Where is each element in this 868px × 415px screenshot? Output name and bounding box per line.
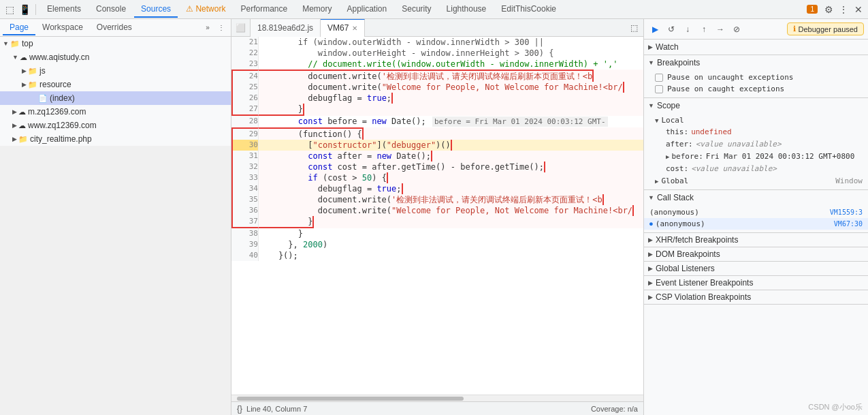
tab-network[interactable]: ⚠ ⚠ NetworkNetwork [179, 1, 232, 18]
tab-application[interactable]: Application [340, 1, 394, 18]
more-tabs-icon[interactable]: » [201, 21, 214, 35]
step-into-btn[interactable]: ↓ [681, 22, 694, 36]
editor-tab-js[interactable]: 18.819ea6d2.js [251, 19, 321, 37]
dots-menu-icon[interactable]: ⋮ [214, 21, 228, 35]
scope-before-expand[interactable]: ▶ [666, 151, 669, 162]
tab-sources[interactable]: Sources [134, 1, 178, 18]
deactivate-btn[interactable]: ⊘ [730, 22, 743, 36]
cursor-position: Line 40, Column 7 [246, 405, 307, 413]
code-line-21: 21 if (window.outerWidth - window.innerW… [231, 37, 643, 48]
device-icon[interactable]: 📱 [18, 3, 31, 16]
tree-arrow-resource: ▶ [22, 81, 27, 88]
step-btn[interactable]: → [713, 22, 727, 36]
section-watch: ▶ Watch [644, 40, 868, 55]
code-line-32: 32 const cost = after.getTime() - before… [231, 162, 643, 172]
section-breakpoints: ▼ Breakpoints Pause on uncaught exceptio… [644, 55, 868, 98]
watch-header[interactable]: ▶ Watch [644, 40, 868, 55]
code-editor: ⬜ 18.819ea6d2.js VM67 ✕ ⬚ [231, 19, 643, 415]
tab-editthiscookie[interactable]: EditThisCookie [494, 1, 563, 18]
section-dom: ▶ DOM Breakpoints [644, 247, 868, 262]
tab-console[interactable]: Console [89, 1, 133, 18]
tree-item-js[interactable]: ▶ 📁 js [0, 64, 231, 78]
watch-arrow: ▶ [648, 44, 653, 50]
local-scope-items: this: undefined after: <value unavailabl… [655, 126, 868, 175]
editor-tab-vm67[interactable]: VM67 ✕ [321, 19, 365, 37]
editor-scroll-area: 21 if (window.outerWidth - window.innerW… [231, 37, 643, 401]
scope-before: ▶ before: Fri Mar 01 2024 00:03:12 GMT+0… [663, 151, 868, 163]
sub-tab-workspace[interactable]: Workspace [35, 20, 90, 35]
xhr-arrow: ▶ [648, 236, 653, 243]
inspect-icon[interactable]: ⬚ [3, 3, 16, 16]
code-line-28: 28 const before = new Date(); before = F… [231, 116, 643, 127]
pause-caught-checkbox[interactable] [655, 85, 663, 93]
tab-elements[interactable]: Elements [40, 1, 88, 18]
watermark: CSDN @小oo乐 [644, 399, 868, 415]
code-line-29: 29 (function() { [231, 127, 643, 140]
debug-toolbar: ▶ ↺ ↓ ↑ → ⊘ ℹ Debugger paused [644, 19, 868, 40]
code-table: 21 if (window.outerWidth - window.innerW… [231, 37, 643, 261]
scope-arrow: ▼ [648, 102, 654, 109]
code-line-40: 40 }(); [231, 250, 643, 261]
call-stack-item-0[interactable]: (anonymous) VM1559:3 [644, 206, 868, 218]
close-icon[interactable]: ✕ [852, 3, 865, 16]
event-listeners-header[interactable]: ▶ Event Listener Breakpoints [644, 276, 868, 290]
call-stack-body: (anonymous) VM1559:3 ● (anonymous) VM67:… [644, 205, 868, 232]
debugger-paused-badge: ℹ Debugger paused [787, 22, 864, 35]
notification-badge: 1 [807, 5, 818, 14]
format-icon[interactable]: ⬜ [231, 19, 251, 37]
code-line-25: 25 document.write("Welcome for People, N… [231, 82, 643, 93]
tree-item-aqistudy[interactable]: ▼ ☁ www.aqistudy.cn [0, 50, 231, 64]
code-line-39: 39 }, 2000) [231, 239, 643, 250]
tree-arrow-city: ▶ [12, 136, 17, 142]
folder-icon-js: 📁 [28, 67, 37, 76]
dom-header[interactable]: ▶ DOM Breakpoints [644, 247, 868, 261]
sub-tab-overrides[interactable]: Overrides [90, 20, 139, 35]
tree-item-m-zq[interactable]: ▶ ☁ m.zq12369.com [0, 105, 231, 119]
tree-item-www-zq[interactable]: ▶ ☁ www.zq12369.com [0, 119, 231, 132]
scope-this: this: undefined [663, 126, 868, 138]
tab-performance[interactable]: Performance [234, 1, 294, 18]
settings-icon[interactable]: ⚙ [822, 3, 835, 16]
global-listeners-header[interactable]: ▶ Global Listeners [644, 262, 868, 275]
local-header[interactable]: ▼ Local [655, 114, 868, 126]
tab-memory[interactable]: Memory [295, 1, 338, 18]
scrollbar-thumb-h[interactable] [237, 397, 464, 401]
tree-arrow-m-zq: ▶ [12, 108, 17, 115]
code-line-37: 37 } [231, 216, 643, 228]
tab-security[interactable]: Security [395, 1, 438, 18]
more-icon[interactable]: ⋮ [837, 3, 850, 16]
tab-lighthouse[interactable]: Lighthouse [440, 1, 494, 18]
code-scroll[interactable]: 21 if (window.outerWidth - window.innerW… [231, 37, 643, 395]
expand-editor-icon[interactable]: ⬚ [624, 19, 643, 37]
folder-icon-top: 📁 [10, 40, 20, 48]
inline-value-before: before = Fri Mar 01 2024 00:03:12 GMT- [432, 117, 608, 127]
tree-item-city[interactable]: ▶ 📁 city_realtime.php [0, 132, 231, 146]
csp-arrow: ▶ [648, 294, 653, 301]
sub-tab-page[interactable]: Page [3, 20, 35, 35]
tree-item-resource[interactable]: ▶ 📁 resource [0, 78, 231, 91]
dom-arrow: ▶ [648, 251, 653, 258]
close-tab-icon[interactable]: ✕ [352, 25, 357, 32]
pause-uncaught-checkbox[interactable] [655, 74, 663, 82]
local-arrow: ▼ [655, 117, 658, 124]
global-arrow: ▶ [655, 178, 658, 185]
tree-item-index[interactable]: 📄 (index) [0, 91, 231, 105]
resume-btn[interactable]: ▶ [648, 22, 662, 36]
step-over-btn[interactable]: ↺ [664, 22, 678, 36]
xhr-header[interactable]: ▶ XHR/fetch Breakpoints [644, 233, 868, 247]
code-line-22: 22 window.outerHeight - window.innerHeig… [231, 48, 643, 59]
call-stack-header[interactable]: ▼ Call Stack [644, 190, 868, 205]
call-stack-item-1[interactable]: ● (anonymous) VM67:30 [644, 218, 868, 230]
global-header[interactable]: ▶ Global Window [655, 175, 868, 187]
code-line-38: 38 } [231, 228, 643, 239]
tree-arrow-js: ▶ [22, 67, 27, 74]
step-out-btn[interactable]: ↑ [697, 22, 711, 36]
tree-item-top[interactable]: ▼ 📁 top [0, 37, 231, 50]
debug-content[interactable]: ▶ Watch ▼ Breakpoints Pause on uncaught … [644, 40, 868, 399]
csp-header[interactable]: ▶ CSP Violation Breakpoints [644, 290, 868, 304]
horizontal-scrollbar[interactable] [231, 395, 643, 401]
scope-header[interactable]: ▼ Scope [644, 98, 868, 113]
format-braces-icon: {} [237, 404, 242, 414]
active-frame-bullet: ● [649, 221, 653, 227]
breakpoints-header[interactable]: ▼ Breakpoints [644, 55, 868, 70]
